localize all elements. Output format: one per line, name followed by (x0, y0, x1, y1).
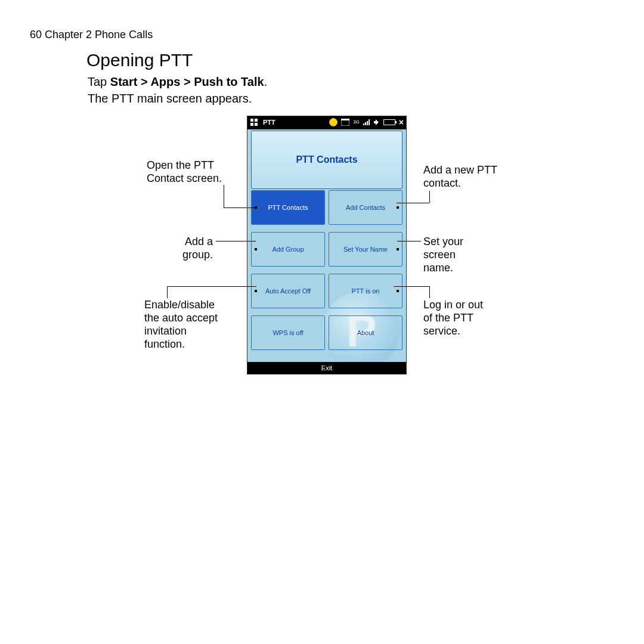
callout-auto-accept: Enable/disable the auto accept invitatio… (144, 298, 218, 351)
svg-rect-5 (341, 119, 349, 120)
page-header: 60 Chapter 2 Phone Calls (30, 29, 153, 41)
tile-label: PTT Contacts (268, 204, 308, 211)
tile-label: Add Contacts (346, 204, 385, 211)
network-3g-icon: 3G (353, 120, 360, 125)
leader-line (397, 241, 421, 242)
tile-set-your-name[interactable]: Set Your Name (329, 232, 402, 267)
tile-wps-is-off[interactable]: WPS is off (251, 315, 325, 350)
exit-button[interactable]: Exit (321, 364, 332, 371)
app-title: PTT (263, 119, 275, 126)
text: Add a (182, 235, 213, 248)
text: group. (182, 248, 213, 261)
text: function. (144, 338, 218, 351)
text: . (264, 75, 268, 88)
svg-rect-2 (250, 123, 253, 126)
text: Open the PTT (147, 159, 222, 172)
text: contact. (423, 177, 497, 190)
callout-set-name: Set your screen name. (423, 235, 463, 274)
tile-add-contacts[interactable]: Add Contacts (329, 190, 402, 225)
callout-add-group: Add a group. (182, 235, 213, 261)
svg-rect-0 (250, 119, 253, 122)
phone-screenshot: PTT 3G × PTT Contacts P PTT Contac (247, 116, 407, 374)
text: service. (423, 324, 483, 338)
leader-line (397, 203, 429, 203)
section-title: Opening PTT (86, 50, 193, 70)
speaker-icon (374, 119, 380, 125)
text: screen (423, 248, 463, 261)
text: Enable/disable (144, 298, 218, 311)
tile-ptt-contacts[interactable]: PTT Contacts (251, 190, 325, 225)
tile-auto-accept-off[interactable]: Auto Accept Off (251, 274, 325, 308)
callout-anchor (255, 290, 257, 292)
windows-icon (250, 118, 258, 126)
face-icon (329, 118, 338, 126)
tile-about[interactable]: About (329, 315, 402, 350)
text: name. (423, 261, 463, 274)
status-bar: PTT 3G × (247, 116, 406, 129)
leader-line (224, 185, 224, 208)
tile-label: Auto Accept Off (265, 287, 311, 295)
signal-icon (363, 119, 370, 125)
tile-grid: P PTT Contacts Add Contacts Add Group Se… (251, 190, 402, 362)
leader-line (429, 191, 430, 203)
leader-line (429, 286, 430, 298)
battery-icon (383, 119, 395, 125)
callout-anchor (255, 248, 257, 250)
text: Log in or out (423, 298, 483, 311)
svg-rect-3 (255, 123, 258, 126)
tile-label: WPS is off (273, 329, 303, 336)
callout-add-contact: Add a new PTT contact. (423, 163, 497, 190)
screen-heading: PTT Contacts (251, 131, 402, 189)
callout-anchor (397, 248, 399, 250)
leader-line (394, 286, 429, 287)
text: Set your (423, 235, 463, 248)
callout-log-in-out: Log in or out of the PTT service. (423, 298, 483, 338)
text: invitation (144, 324, 218, 338)
tile-ptt-is-on[interactable]: PTT is on (329, 274, 402, 308)
instruction-line-1: Tap Start > Apps > Push to Talk. (88, 74, 267, 89)
close-icon[interactable]: × (399, 119, 404, 125)
callout-open-contacts: Open the PTT Contact screen. (147, 159, 222, 185)
page: 60 Chapter 2 Phone Calls Opening PTT Tap… (0, 0, 644, 644)
window-icon (341, 119, 349, 126)
leader-line (167, 286, 168, 298)
leader-line (224, 208, 256, 208)
callout-anchor (397, 206, 399, 209)
text: Contact screen. (147, 172, 222, 185)
start-icon[interactable] (250, 118, 258, 126)
text-bold: Start > Apps > Push to Talk (110, 75, 264, 88)
leader-line (167, 286, 256, 287)
text: Tap (88, 75, 110, 88)
text: of the PTT (423, 311, 483, 324)
text: Add a new PTT (423, 163, 497, 177)
tile-label: About (357, 329, 374, 336)
text: the auto accept (144, 311, 218, 324)
tile-label: Add Group (272, 246, 304, 253)
instruction-line-2: The PTT main screen appears. (88, 91, 252, 106)
heading-text: PTT Contacts (296, 154, 357, 165)
callout-anchor (397, 290, 399, 292)
leader-line (216, 241, 256, 242)
tile-label: PTT is on (352, 287, 380, 295)
svg-rect-1 (255, 119, 258, 122)
tile-label: Set Your Name (343, 246, 388, 253)
tile-add-group[interactable]: Add Group (251, 232, 325, 267)
status-right: 3G × (329, 118, 404, 128)
bottom-bar: Exit (247, 362, 406, 374)
